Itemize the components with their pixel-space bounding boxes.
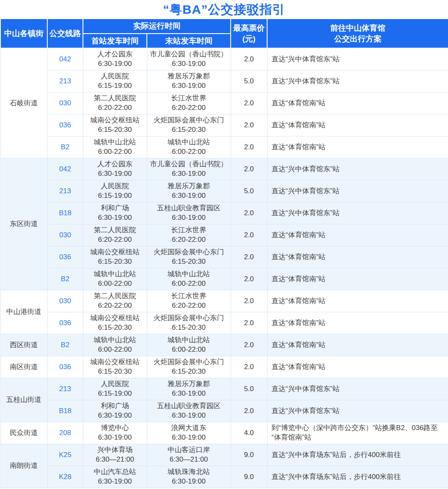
first-time: 6:15-19:00	[85, 389, 145, 399]
last-time: 6:30-19:00	[149, 411, 229, 421]
table-row: B2 城轨中山北站6:00-22:00 城轨中山北站6:00-22:00 2.0…	[0, 268, 448, 290]
bus-line-link[interactable]: 036	[59, 363, 71, 371]
district-cell: 南朗街道	[0, 444, 47, 488]
table-row: B18 利和广场6:30-19:00 五桂山职业教育园区6:30-19:00 2…	[0, 202, 448, 224]
last-station: 城轨中山北站	[149, 270, 229, 279]
first-time: 6:15-20:30	[85, 125, 145, 135]
plan-cell: 直达“体育馆南”站	[267, 356, 448, 378]
first-time: 6:15-19:00	[85, 81, 145, 91]
fare-cell: 5.0	[231, 378, 267, 400]
bus-line-link[interactable]: 042	[59, 165, 71, 173]
last-time: 6:20-22:00	[149, 235, 229, 245]
plan-cell: 直达“体育馆南”站	[267, 114, 448, 136]
bus-line-link[interactable]: B2	[61, 143, 70, 151]
bus-line-link[interactable]: 030	[59, 99, 71, 107]
col-header-plan: 前往中山体育馆 公交出行方案	[267, 19, 448, 48]
first-time: 6:30-19:00	[85, 411, 145, 421]
last-station: 长江水世界	[149, 94, 229, 103]
last-station: 雅居乐万象郡	[149, 72, 229, 81]
plan-cell: 直达“兴中体育馆东”站	[267, 71, 448, 92]
last-time: 6:30-19:00	[149, 477, 229, 487]
bus-line-link[interactable]: 030	[59, 297, 71, 305]
first-time: 6:30-19:00	[85, 433, 145, 443]
line-cell: 030	[47, 290, 83, 312]
first-departure-cell: 城轨中山北站6:00-22:00	[83, 136, 147, 158]
plan-cell: 直达“兴中体育馆东”站	[267, 202, 448, 224]
table-body: 石岐街道 042 人才公园东6:30-19:00 市儿童公园（香山书院）6:30…	[0, 48, 448, 488]
last-time: 6:30-19:00	[149, 213, 229, 223]
bus-line-link[interactable]: 042	[59, 55, 71, 63]
last-station: 火炬国际会展中心东门	[149, 248, 229, 257]
table-row: B2 城轨中山北站6:00-22:00 城轨中山北站6:00-22:00 2.0…	[0, 136, 448, 158]
first-departure-cell: 城南公交枢纽站6:15-20:30	[83, 246, 147, 268]
first-departure-cell: 利和广场6:30-19:00	[83, 400, 147, 422]
last-station: 雅居乐万象郡	[149, 380, 229, 389]
bus-line-link[interactable]: K25	[59, 451, 71, 459]
last-departure-cell: 火炬国际会展中心东门6:15-20:30	[147, 356, 231, 378]
last-time: 6:30-19:00	[149, 81, 229, 91]
last-time: 6:15-20:30	[149, 125, 229, 135]
last-departure-cell: 城轨珠海北站6:30-19:00	[147, 466, 231, 488]
bus-line-link[interactable]: B18	[59, 407, 71, 415]
table-row: 036 城南公交枢纽站6:15-20:30 火炬国际会展中心东门6:15-20:…	[0, 114, 448, 136]
plan-cell: 直达“体育馆南”站	[267, 224, 448, 246]
bus-line-link[interactable]: K28	[59, 473, 71, 481]
col-header-plan-line1: 前往中山体育馆	[269, 23, 447, 34]
table-row: 五桂山街道 213 人民医院6:15-19:00 雅居乐万象郡6:30-19:0…	[0, 378, 448, 400]
table-row: 030 第二人民医院6:20-22:00 长江水世界6:20-22:00 2.0…	[0, 92, 448, 114]
plan-cell: 直达“兴中体育馆东”站	[267, 180, 448, 202]
district-cell: 石岐街道	[0, 48, 47, 158]
line-cell: 036	[47, 114, 83, 136]
last-departure-cell: 火炬国际会展中心东门6:15-20:30	[147, 114, 231, 136]
plan-cell: 直达“兴中体育场东”站后，步行400米前往	[267, 444, 448, 466]
plan-cell: 直达“体育馆南”站	[267, 136, 448, 158]
plan-cell: 直达“体育馆南”站	[267, 92, 448, 114]
first-departure-cell: 城南公交枢纽站6:15-20:30	[83, 356, 147, 378]
bus-line-link[interactable]: 036	[59, 319, 71, 327]
fare-cell: 5.0	[231, 180, 267, 202]
last-station: 长江水世界	[149, 292, 229, 301]
last-station: 长江水世界	[149, 226, 229, 235]
line-cell: 042	[47, 158, 83, 180]
fare-cell: 5.0	[231, 71, 267, 92]
last-station: 浪网大道东	[149, 423, 229, 433]
plan-cell: 直达“体育馆南”站	[267, 290, 448, 312]
first-departure-cell: 利和广场6:30-19:00	[83, 202, 147, 224]
bus-line-link[interactable]: 030	[59, 231, 71, 239]
last-departure-cell: 火炬国际会展中心东门6:15-20:30	[147, 312, 231, 334]
fare-cell: 2.0	[231, 334, 267, 356]
table-header: 中山各镇街 公交线路 实际运行时间 最高票价(元) 前往中山体育馆 公交出行方案…	[0, 19, 448, 48]
last-departure-cell: 长江水世界6:20-22:00	[147, 224, 231, 246]
bus-line-link[interactable]: B2	[61, 275, 70, 283]
last-departure-cell: 五桂山职业教育园区6:30-19:00	[147, 202, 231, 224]
plan-cell: 直达“体育馆南”站	[267, 246, 448, 268]
bus-line-link[interactable]: B2	[61, 341, 70, 349]
bus-line-link[interactable]: B18	[59, 209, 71, 217]
col-header-first-departure: 首站发车时间	[83, 34, 147, 49]
bus-line-link[interactable]: 036	[59, 253, 71, 261]
fare-cell: 4.0	[231, 422, 267, 444]
first-station: 人才公园东	[85, 160, 145, 169]
district-cell: 民众街道	[0, 422, 47, 444]
first-station: 城轨中山北站	[85, 270, 145, 279]
first-station: 人民医院	[85, 182, 145, 191]
first-time: 6:20-22:00	[85, 235, 145, 245]
last-departure-cell: 五桂山职业教育园区6:30-19:00	[147, 400, 231, 422]
bus-line-link[interactable]: 213	[59, 77, 71, 85]
bus-line-link[interactable]: 213	[59, 385, 71, 393]
fare-cell: 2.0	[231, 48, 267, 70]
bus-line-link[interactable]: 036	[59, 121, 71, 129]
line-cell: B18	[47, 400, 83, 422]
last-time: 6:15-20:30	[149, 367, 229, 377]
first-time: 6:20-22:00	[85, 301, 145, 311]
first-time: 6:30-19:00	[85, 169, 145, 179]
district-cell: 西区街道	[0, 334, 47, 356]
last-time: 6:00-22:00	[149, 279, 229, 289]
plan-cell: 直达“体育馆南”站	[267, 334, 448, 356]
last-station: 市儿童公园（香山书院）	[149, 50, 229, 59]
last-station: 火炬国际会展中心东门	[149, 314, 229, 323]
first-station: 城南公交枢纽站	[85, 314, 145, 323]
bus-line-link[interactable]: 208	[59, 429, 71, 437]
bus-line-link[interactable]: 213	[59, 187, 71, 195]
fare-cell: 2.0	[231, 202, 267, 224]
